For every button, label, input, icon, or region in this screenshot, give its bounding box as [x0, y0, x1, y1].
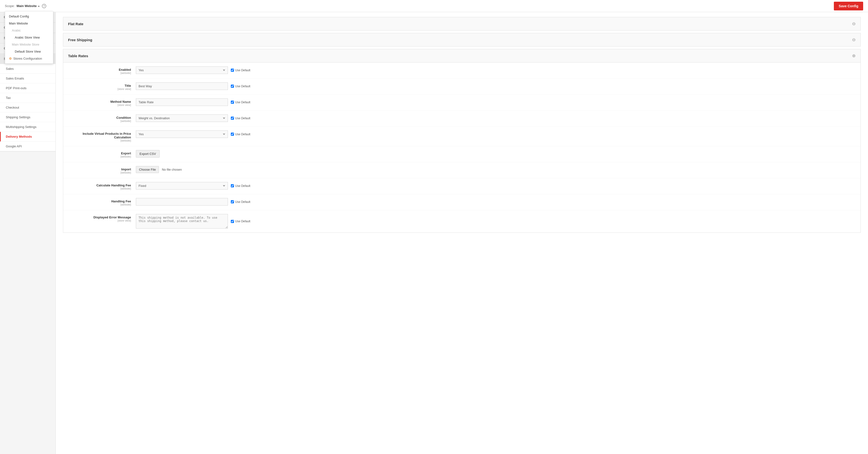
label-col-export: Export [website]: [68, 150, 136, 158]
input-method-name[interactable]: [136, 98, 228, 106]
scope-dropdown-trigger[interactable]: Main Website ▲: [17, 4, 40, 8]
input-handling-fee[interactable]: [136, 198, 228, 205]
use-default-condition[interactable]: Use Default: [231, 117, 250, 120]
form-row-import: Import [website] Choose File No file cho…: [63, 162, 861, 178]
scope-caret-icon: ▲: [37, 5, 40, 7]
panel-table-rates: Table Rates ⊕ Enabled [website] Yes No: [63, 49, 861, 233]
help-icon[interactable]: ?: [42, 4, 46, 8]
choose-file-button[interactable]: Choose File: [136, 166, 159, 173]
scope-menu-default-config[interactable]: Default Config: [5, 13, 53, 20]
label-col-condition: Condition [website]: [68, 114, 136, 122]
stores-config-label: Stores Configuration: [13, 57, 42, 60]
scope-menu-main-website[interactable]: Main Website: [5, 20, 53, 27]
scope-label: Scope:: [5, 4, 14, 8]
use-default-checkbox-include-virtual[interactable]: [231, 133, 234, 136]
label-col-include-virtual: Include Virtual Products in Price Calcul…: [68, 131, 136, 142]
label-method-name: Method Name: [68, 100, 131, 104]
scope-menu-arabic: Arabic: [5, 27, 53, 34]
panel-table-rates-toggle-icon: ⊕: [852, 53, 856, 58]
sidebar-item-delivery-methods[interactable]: Delivery Methods: [0, 132, 56, 142]
sidebar-items-sales: Sales Sales Emails PDF Print-outs Tax Ch…: [0, 64, 56, 151]
form-row-error-message: Displayed Error Message [store view] Use…: [63, 210, 861, 232]
sidebar-item-shipping-settings[interactable]: Shipping Settings: [0, 112, 56, 122]
save-config-button[interactable]: Save Config: [834, 2, 863, 10]
use-default-method-name[interactable]: Use Default: [231, 101, 250, 104]
label-enabled: Enabled: [68, 68, 131, 72]
sidebar-item-multishipping-settings[interactable]: Multishipping Settings: [0, 122, 56, 132]
select-condition[interactable]: Weight vs. Destination Price vs. Destina…: [136, 114, 228, 122]
sidebar-item-tax[interactable]: Tax: [0, 93, 56, 103]
main-content: Flat Rate ⊖ Free Shipping ⊖ Table Rates …: [56, 12, 868, 454]
top-bar: Scope: Main Website ▲ ? Default Config M…: [0, 0, 868, 12]
use-default-text-include-virtual: Use Default: [235, 133, 250, 136]
sidebar-item-google-api[interactable]: Google API: [0, 142, 56, 151]
panel-free-shipping-title: Free Shipping: [68, 38, 92, 42]
form-row-enabled: Enabled [website] Yes No Use Default: [63, 62, 861, 79]
input-title[interactable]: [136, 82, 228, 90]
textarea-error-message[interactable]: [136, 214, 228, 229]
use-default-checkbox-condition[interactable]: [231, 117, 234, 120]
label-col-title: Title [store view]: [68, 82, 136, 90]
use-default-enabled[interactable]: Use Default: [231, 68, 250, 72]
use-default-text-handling-fee-calc: Use Default: [235, 184, 250, 188]
panel-free-shipping-header[interactable]: Free Shipping ⊖: [63, 33, 861, 46]
sidebar-item-sales[interactable]: Sales: [0, 64, 56, 74]
form-row-condition: Condition [website] Weight vs. Destinati…: [63, 111, 861, 126]
scope-export: [website]: [68, 155, 131, 158]
scope-enabled: [website]: [68, 72, 131, 75]
use-default-checkbox-handling-fee-calc[interactable]: [231, 184, 234, 188]
control-col-method-name: Use Default: [136, 98, 856, 106]
export-csv-button[interactable]: Export CSV: [136, 150, 160, 158]
control-col-condition: Weight vs. Destination Price vs. Destina…: [136, 114, 856, 122]
use-default-checkbox-method-name[interactable]: [231, 101, 234, 104]
panel-flat-rate-header[interactable]: Flat Rate ⊖: [63, 17, 861, 30]
use-default-handling-fee-calc[interactable]: Use Default: [231, 184, 250, 188]
use-default-text-enabled: Use Default: [235, 68, 250, 72]
label-include-virtual: Include Virtual Products in Price Calcul…: [68, 132, 131, 139]
use-default-handling-fee[interactable]: Use Default: [231, 200, 250, 204]
panel-table-rates-title: Table Rates: [68, 54, 88, 58]
control-col-export: Export CSV: [136, 150, 856, 158]
use-default-checkbox-error-message[interactable]: [231, 220, 234, 223]
label-col-handling-fee-calc: Calculate Handling Fee [website]: [68, 182, 136, 190]
sidebar-item-pdf-print-outs[interactable]: PDF Print-outs: [0, 83, 56, 93]
use-default-text-method-name: Use Default: [235, 101, 250, 104]
panel-table-rates-header[interactable]: Table Rates ⊕: [63, 49, 861, 62]
no-file-text: No file chosen: [162, 168, 182, 171]
label-col-handling-fee: Handling Fee [website]: [68, 198, 136, 206]
scope-include-virtual: [website]: [68, 139, 131, 142]
label-col-method-name: Method Name [store view]: [68, 98, 136, 106]
panel-free-shipping: Free Shipping ⊖: [63, 33, 861, 47]
panel-flat-rate: Flat Rate ⊖: [63, 17, 861, 31]
control-col-handling-fee: Use Default: [136, 198, 856, 205]
scope-menu-stores-config[interactable]: ⚙ Stores Configuration: [5, 55, 53, 62]
scope-handling-fee-calc: [website]: [68, 187, 131, 190]
sidebar-section-sales: SALES ∧ Sales Sales Emails PDF Print-out…: [0, 54, 56, 151]
control-col-title: Use Default: [136, 82, 856, 90]
use-default-checkbox-title[interactable]: [231, 85, 234, 88]
select-include-virtual[interactable]: Yes No: [136, 131, 228, 138]
scope-dropdown-menu: Default Config Main Website Arabic Arabi…: [5, 11, 53, 64]
control-col-error-message: Use Default: [136, 214, 856, 229]
sidebar-item-checkout[interactable]: Checkout: [0, 103, 56, 112]
scope-menu-default-store-view[interactable]: Default Store View: [5, 48, 53, 55]
scope-menu-arabic-store-view[interactable]: Arabic Store View: [5, 34, 53, 41]
use-default-checkbox-enabled[interactable]: [231, 68, 234, 72]
use-default-include-virtual[interactable]: Use Default: [231, 133, 250, 136]
use-default-checkbox-handling-fee[interactable]: [231, 200, 234, 203]
select-handling-fee-calc[interactable]: Fixed Percent: [136, 182, 228, 190]
panel-table-rates-body: Enabled [website] Yes No Use Default: [63, 62, 861, 232]
panel-free-shipping-toggle-icon: ⊖: [852, 37, 856, 42]
use-default-error-message[interactable]: Use Default: [231, 220, 250, 223]
sidebar-item-sales-emails[interactable]: Sales Emails: [0, 74, 56, 83]
label-title: Title: [68, 84, 131, 87]
sidebar: GENERAL ∨ CATALOG ∨ SECURITY ∨ CUSTOMERS…: [0, 12, 56, 454]
scope-method-name: [store view]: [68, 104, 131, 106]
scope-area: Scope: Main Website ▲ ? Default Config M…: [5, 4, 46, 8]
label-handling-fee: Handling Fee: [68, 199, 131, 203]
use-default-text-error-message: Use Default: [235, 220, 250, 223]
select-enabled[interactable]: Yes No: [136, 66, 228, 74]
use-default-title[interactable]: Use Default: [231, 85, 250, 88]
form-row-method-name: Method Name [store view] Use Default: [63, 94, 861, 111]
page-layout: GENERAL ∨ CATALOG ∨ SECURITY ∨ CUSTOMERS…: [0, 12, 868, 454]
